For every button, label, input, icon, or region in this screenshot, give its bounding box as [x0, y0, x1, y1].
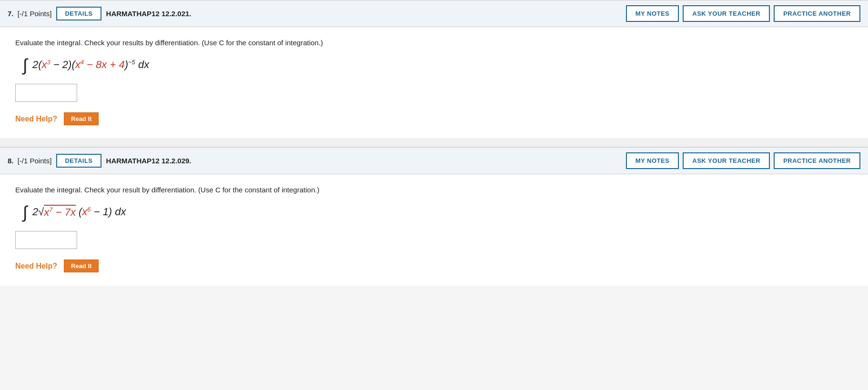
problem-8-math: ∫ 2√x7 − 7x (x6 − 1) dx — [23, 202, 853, 222]
problem-7-code: HARMATHAP12 12.2.021. — [106, 10, 621, 18]
my-notes-button-7[interactable]: MY NOTES — [626, 5, 679, 22]
details-button-7[interactable]: DETAILS — [56, 7, 101, 20]
problem-8-actions: MY NOTES ASK YOUR TEACHER PRACTICE ANOTH… — [626, 152, 860, 169]
problem-8-instruction: Evaluate the integral. Check your result… — [15, 186, 853, 194]
problem-8-header: 8. [-/1 Points] DETAILS HARMATHAP12 12.2… — [0, 148, 868, 174]
read-it-button-8[interactable]: Read It — [64, 260, 99, 272]
problem-7-actions: MY NOTES ASK YOUR TEACHER PRACTICE ANOTH… — [626, 5, 860, 22]
practice-another-button-7[interactable]: PRACTICE ANOTHER — [774, 5, 860, 22]
problem-7-math: ∫ 2(x3 − 2)(x4 − 8x + 4)−5 dx — [23, 55, 853, 75]
integral-symbol-7: ∫ — [23, 55, 28, 75]
problem-7-instruction: Evaluate the integral. Check your result… — [15, 39, 853, 47]
need-help-row-7: Need Help? Read It — [15, 112, 853, 125]
practice-another-button-8[interactable]: PRACTICE ANOTHER — [774, 152, 860, 169]
integral-symbol-8: ∫ — [23, 202, 28, 222]
ask-teacher-button-8[interactable]: ASK YOUR TEACHER — [683, 152, 770, 169]
problem-7-block: 7. [-/1 Points] DETAILS HARMATHAP12 12.2… — [0, 0, 868, 139]
problem-8-code: HARMATHAP12 12.2.029. — [106, 157, 621, 165]
problem-7-number: 7. [-/1 Points] — [8, 10, 51, 18]
ask-teacher-button-7[interactable]: ASK YOUR TEACHER — [683, 5, 770, 22]
details-button-8[interactable]: DETAILS — [56, 154, 101, 168]
need-help-row-8: Need Help? Read It — [15, 260, 853, 272]
problem-7-body: Evaluate the integral. Check your result… — [0, 27, 868, 139]
need-help-label-8: Need Help? — [15, 262, 57, 270]
problem-separator — [0, 139, 868, 147]
answer-input-7[interactable] — [15, 84, 77, 102]
read-it-button-7[interactable]: Read It — [64, 112, 99, 125]
problem-8-block: 8. [-/1 Points] DETAILS HARMATHAP12 12.2… — [0, 147, 868, 286]
my-notes-button-8[interactable]: MY NOTES — [626, 152, 679, 169]
problem-8-number: 8. [-/1 Points] — [8, 157, 51, 165]
need-help-label-7: Need Help? — [15, 115, 57, 123]
problem-8-body: Evaluate the integral. Check your result… — [0, 174, 868, 286]
problem-7-header: 7. [-/1 Points] DETAILS HARMATHAP12 12.2… — [0, 0, 868, 27]
answer-input-8[interactable] — [15, 231, 77, 249]
